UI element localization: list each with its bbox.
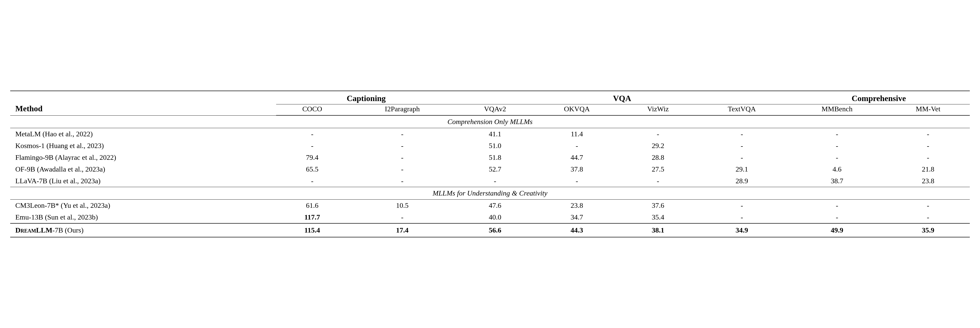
coco-cell: - xyxy=(276,140,348,151)
table-row: CM3Leon-7B* (Yu et al., 2023a) 61.6 10.5… xyxy=(10,200,970,212)
okvqa-cell: 11.4 xyxy=(534,128,620,140)
vizwiz-cell: 29.2 xyxy=(620,140,696,151)
i2paragraph-cell: 10.5 xyxy=(348,200,456,212)
coco-cell: 65.5 xyxy=(276,163,348,175)
textvqa-cell: - xyxy=(696,211,788,223)
mmvet-cell: - xyxy=(886,211,970,223)
dreamllm-textvqa: 34.9 xyxy=(696,223,788,237)
dreamllm-coco: 115.4 xyxy=(276,223,348,237)
dreamllm-method: DreamLLM-7B (Ours) xyxy=(10,223,276,237)
textvqa-cell: 28.9 xyxy=(696,175,788,187)
vqav2-cell: 51.8 xyxy=(456,151,534,163)
coco-subheader: COCO xyxy=(276,104,348,116)
textvqa-subheader: TextVQA xyxy=(696,104,788,116)
mmvet-cell: 23.8 xyxy=(886,175,970,187)
vqav2-cell: 40.0 xyxy=(456,211,534,223)
mmbench-cell: - xyxy=(788,128,886,140)
final-row: DreamLLM-7B (Ours) 115.4 17.4 56.6 44.3 … xyxy=(10,223,970,237)
table-row: LLaVA-7B (Liu et al., 2023a) - - - - - 2… xyxy=(10,175,970,187)
vizwiz-cell: 28.8 xyxy=(620,151,696,163)
table-row: Kosmos-1 (Huang et al., 2023) - - 51.0 -… xyxy=(10,140,970,151)
vqav2-cell: - xyxy=(456,175,534,187)
dreamllm-mmbench: 49.9 xyxy=(788,223,886,237)
mmbench-subheader: MMBench xyxy=(788,104,886,116)
mmvet-cell: - xyxy=(886,128,970,140)
vizwiz-cell: - xyxy=(620,128,696,140)
method-cell: Kosmos-1 (Huang et al., 2023) xyxy=(10,140,276,151)
section2-divider: MLLMs for Understanding & Creativity xyxy=(10,187,970,200)
vqa-group-header: VQA xyxy=(456,91,788,104)
okvqa-cell: 23.8 xyxy=(534,200,620,212)
i2paragraph-cell: - xyxy=(348,163,456,175)
table-container: Method Captioning VQA Comprehensive COCO… xyxy=(10,91,970,237)
vizwiz-cell: 37.6 xyxy=(620,200,696,212)
okvqa-cell: 34.7 xyxy=(534,211,620,223)
mmvet-cell: - xyxy=(886,140,970,151)
i2paragraph-cell: - xyxy=(348,140,456,151)
mmbench-cell: - xyxy=(788,151,886,163)
textvqa-cell: - xyxy=(696,128,788,140)
dreamllm-i2paragraph: 17.4 xyxy=(348,223,456,237)
coco-cell: 61.6 xyxy=(276,200,348,212)
dreamllm-vqav2: 56.6 xyxy=(456,223,534,237)
method-cell: MetaLM (Hao et al., 2022) xyxy=(10,128,276,140)
dreamllm-mmvet: 35.9 xyxy=(886,223,970,237)
textvqa-cell: - xyxy=(696,140,788,151)
i2paragraph-subheader: I2Paragraph xyxy=(348,104,456,116)
vqav2-cell: 51.0 xyxy=(456,140,534,151)
mmbench-cell: 38.7 xyxy=(788,175,886,187)
vqav2-cell: 47.6 xyxy=(456,200,534,212)
textvqa-cell: - xyxy=(696,151,788,163)
okvqa-cell: - xyxy=(534,140,620,151)
okvqa-cell: - xyxy=(534,175,620,187)
vqav2-subheader: VQAv2 xyxy=(456,104,534,116)
method-cell: Emu-13B (Sun et al., 2023b) xyxy=(10,211,276,223)
vqav2-cell: 41.1 xyxy=(456,128,534,140)
method-cell: CM3Leon-7B* (Yu et al., 2023a) xyxy=(10,200,276,212)
mmbench-cell: 4.6 xyxy=(788,163,886,175)
mmvet-cell: 21.8 xyxy=(886,163,970,175)
mmvet-cell: - xyxy=(886,200,970,212)
okvqa-cell: 37.8 xyxy=(534,163,620,175)
okvqa-cell: 44.7 xyxy=(534,151,620,163)
i2paragraph-cell: - xyxy=(348,175,456,187)
vizwiz-subheader: VizWiz xyxy=(620,104,696,116)
vizwiz-cell: - xyxy=(620,175,696,187)
vizwiz-cell: 35.4 xyxy=(620,211,696,223)
dreamllm-okvqa: 44.3 xyxy=(534,223,620,237)
mmbench-cell: - xyxy=(788,211,886,223)
comparison-table: Method Captioning VQA Comprehensive COCO… xyxy=(10,91,970,237)
mmvet-subheader: MM-Vet xyxy=(886,104,970,116)
vizwiz-cell: 27.5 xyxy=(620,163,696,175)
table-row: OF-9B (Awadalla et al., 2023a) 65.5 - 52… xyxy=(10,163,970,175)
coco-cell: - xyxy=(276,175,348,187)
coco-cell: 79.4 xyxy=(276,151,348,163)
method-cell: LLaVA-7B (Liu et al., 2023a) xyxy=(10,175,276,187)
table-row: Emu-13B (Sun et al., 2023b) 117.7 - 40.0… xyxy=(10,211,970,223)
comprehensive-group-header: Comprehensive xyxy=(788,91,970,104)
section2-title: MLLMs for Understanding & Creativity xyxy=(10,187,970,200)
mmvet-cell: - xyxy=(886,151,970,163)
i2paragraph-cell: - xyxy=(348,128,456,140)
coco-cell bold: 117.7 xyxy=(276,211,348,223)
okvqa-subheader: OKVQA xyxy=(534,104,620,116)
section1-divider: Comprehension Only MLLMs xyxy=(10,115,970,128)
table-row: MetaLM (Hao et al., 2022) - - 41.1 11.4 … xyxy=(10,128,970,140)
i2paragraph-cell: - xyxy=(348,151,456,163)
table-row: Flamingo-9B (Alayrac et al., 2022) 79.4 … xyxy=(10,151,970,163)
captioning-group-header: Captioning xyxy=(276,91,456,104)
dreamllm-vizwiz: 38.1 xyxy=(620,223,696,237)
coco-cell: - xyxy=(276,128,348,140)
method-header: Method xyxy=(10,91,276,115)
method-cell: Flamingo-9B (Alayrac et al., 2022) xyxy=(10,151,276,163)
method-cell: OF-9B (Awadalla et al., 2023a) xyxy=(10,163,276,175)
vqav2-cell: 52.7 xyxy=(456,163,534,175)
mmbench-cell: - xyxy=(788,140,886,151)
mmbench-cell: - xyxy=(788,200,886,212)
textvqa-cell: 29.1 xyxy=(696,163,788,175)
textvqa-cell: - xyxy=(696,200,788,212)
i2paragraph-cell: - xyxy=(348,211,456,223)
section1-title: Comprehension Only MLLMs xyxy=(10,115,970,128)
